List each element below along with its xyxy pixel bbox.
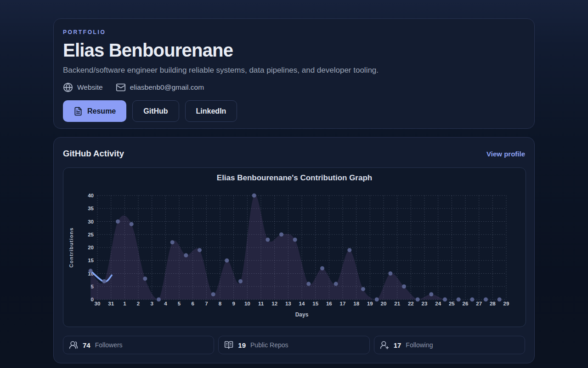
globe-icon bbox=[63, 82, 73, 92]
followers-count: 74 bbox=[83, 341, 90, 349]
svg-text:20: 20 bbox=[381, 301, 387, 306]
svg-text:29: 29 bbox=[503, 301, 509, 306]
resume-button[interactable]: Resume bbox=[63, 100, 126, 122]
svg-text:21: 21 bbox=[394, 301, 400, 306]
stats-row: 74 Followers 19 Public Repos 17 Followin… bbox=[63, 336, 525, 354]
svg-text:40: 40 bbox=[88, 193, 94, 198]
contact-row: Website eliasbenb0@gmail.com bbox=[63, 82, 525, 92]
linkedin-button[interactable]: LinkedIn bbox=[185, 100, 237, 122]
svg-text:26: 26 bbox=[463, 301, 469, 306]
contribution-chart-canvas[interactable]: 3031123456789101112131415161718192021222… bbox=[63, 168, 526, 327]
profile-card: PORTFOLIO Elias Benbourenane Backend/sof… bbox=[53, 18, 535, 129]
svg-text:Contributions: Contributions bbox=[68, 227, 74, 268]
svg-text:20: 20 bbox=[88, 245, 94, 250]
profile-name: Elias Benbourenane bbox=[63, 39, 525, 61]
public-repos-stat: 19 Public Repos bbox=[218, 336, 369, 354]
github-button[interactable]: GitHub bbox=[132, 100, 179, 122]
svg-text:12: 12 bbox=[271, 301, 277, 306]
profile-tagline: Backend/software engineer building relia… bbox=[63, 66, 525, 75]
resume-button-label: Resume bbox=[87, 107, 116, 115]
svg-text:Elias Benbourenane's Contribut: Elias Benbourenane's Contribution Graph bbox=[217, 173, 372, 182]
svg-text:1: 1 bbox=[123, 301, 126, 306]
svg-text:30: 30 bbox=[95, 301, 101, 306]
svg-text:8: 8 bbox=[219, 301, 222, 306]
svg-text:30: 30 bbox=[88, 219, 94, 224]
following-label: Following bbox=[406, 341, 433, 349]
github-activity-card: GitHub Activity View profile 30311234567… bbox=[53, 137, 535, 363]
following-stat: 17 Following bbox=[374, 336, 525, 354]
svg-text:18: 18 bbox=[353, 301, 359, 306]
svg-text:2: 2 bbox=[137, 301, 140, 306]
book-open-icon bbox=[224, 340, 233, 350]
contribution-chart[interactable]: 3031123456789101112131415161718192021222… bbox=[63, 167, 526, 327]
svg-text:5: 5 bbox=[178, 301, 181, 306]
svg-text:14: 14 bbox=[299, 301, 305, 306]
svg-text:17: 17 bbox=[340, 301, 346, 306]
svg-text:15: 15 bbox=[88, 258, 94, 263]
svg-text:24: 24 bbox=[435, 301, 441, 306]
svg-text:28: 28 bbox=[490, 301, 496, 306]
website-label: Website bbox=[77, 83, 103, 92]
svg-text:22: 22 bbox=[408, 301, 414, 306]
svg-text:25: 25 bbox=[449, 301, 455, 306]
public-repos-label: Public Repos bbox=[250, 341, 288, 349]
svg-text:16: 16 bbox=[326, 301, 332, 306]
svg-text:9: 9 bbox=[232, 301, 235, 306]
svg-text:7: 7 bbox=[205, 301, 208, 306]
svg-text:4: 4 bbox=[164, 301, 167, 306]
user-plus-icon bbox=[380, 340, 389, 350]
followers-stat: 74 Followers bbox=[63, 336, 214, 354]
svg-text:35: 35 bbox=[88, 206, 94, 211]
svg-text:27: 27 bbox=[476, 301, 482, 306]
linkedin-button-label: LinkedIn bbox=[196, 107, 226, 115]
svg-text:19: 19 bbox=[367, 301, 373, 306]
svg-text:6: 6 bbox=[191, 301, 194, 306]
svg-text:Days: Days bbox=[295, 311, 309, 318]
hero-buttons: Resume GitHub LinkedIn bbox=[63, 100, 525, 122]
page: PORTFOLIO Elias Benbourenane Backend/sof… bbox=[0, 18, 588, 363]
view-profile-link[interactable]: View profile bbox=[486, 150, 525, 158]
svg-text:11: 11 bbox=[258, 301, 264, 306]
svg-text:31: 31 bbox=[108, 301, 114, 306]
email-link[interactable]: eliasbenb0@gmail.com bbox=[116, 82, 204, 92]
portfolio-kicker: PORTFOLIO bbox=[63, 29, 525, 35]
svg-text:13: 13 bbox=[285, 301, 291, 306]
svg-text:25: 25 bbox=[88, 232, 94, 237]
svg-text:15: 15 bbox=[312, 301, 318, 306]
website-link[interactable]: Website bbox=[63, 82, 103, 92]
users-icon bbox=[69, 340, 78, 350]
public-repos-count: 19 bbox=[238, 341, 246, 349]
email-text: eliasbenb0@gmail.com bbox=[130, 83, 204, 92]
followers-label: Followers bbox=[95, 341, 123, 349]
svg-text:23: 23 bbox=[422, 301, 428, 306]
github-button-label: GitHub bbox=[143, 107, 168, 115]
file-text-icon bbox=[74, 107, 83, 116]
svg-text:3: 3 bbox=[150, 301, 153, 306]
activity-title: GitHub Activity bbox=[63, 149, 124, 159]
activity-header: GitHub Activity View profile bbox=[63, 148, 525, 160]
following-count: 17 bbox=[394, 341, 401, 349]
svg-text:10: 10 bbox=[244, 301, 250, 306]
mail-icon bbox=[116, 82, 126, 92]
